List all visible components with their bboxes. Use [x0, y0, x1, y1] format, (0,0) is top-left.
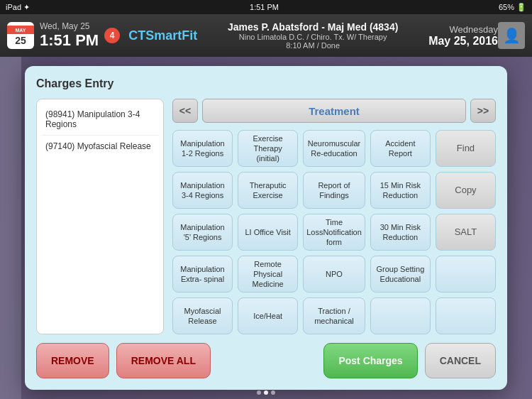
charge-item-2[interactable]: (97140) Myofascial Release — [41, 136, 159, 157]
btn-manip12[interactable]: Manipulation 1-2 Regions — [172, 130, 233, 167]
action-left: REMOVE REMOVE ALL — [36, 343, 211, 378]
btn-npo[interactable]: NPO — [303, 256, 365, 293]
remove-button[interactable]: REMOVE — [36, 343, 109, 378]
btn-lioffice[interactable]: LI Office Visit — [238, 214, 298, 251]
nav-prev-button[interactable]: << — [172, 99, 198, 123]
ipad-label: iPad ✦ — [6, 3, 30, 12]
btn-myofascial[interactable]: Myofascial Release — [172, 297, 233, 334]
btn-accident[interactable]: Accident Report — [370, 130, 431, 167]
dot-1 — [257, 390, 261, 395]
modal-overlay: Charges Entry (98941) Manipulation 3-4 R… — [0, 57, 532, 399]
status-right: 65% 🔋 — [499, 3, 526, 12]
header-date-time: Wed, May 25 1:51 PM — [40, 21, 99, 50]
dot-3 — [271, 390, 275, 395]
remove-all-button[interactable]: REMOVE ALL — [116, 343, 211, 378]
avatar: 👤 — [498, 22, 525, 49]
treatment-header: << Treatment >> — [172, 99, 496, 123]
btn-manip5[interactable]: Manipulation '5' Regions — [172, 214, 233, 251]
btn-traction[interactable]: Traction / mechanical — [303, 297, 365, 334]
btn-report[interactable]: Report of Findings — [303, 172, 365, 209]
provider-line: Nino Limatola D.C. / Chiro. Tx. W/ Thera… — [204, 33, 421, 41]
btn-neuro[interactable]: Neuromuscular Re-education — [303, 130, 365, 167]
btn-risk30[interactable]: 30 Min Risk Reduction — [370, 214, 431, 251]
modal-body: (98941) Manipulation 3-4 Regions (97140)… — [36, 99, 496, 334]
btn-remotephys[interactable]: Remote Physical Medicine — [238, 256, 298, 293]
treatment-grid: Manipulation 1-2 Regions Exercise Therap… — [172, 130, 496, 334]
patient-name: James P. Abatsford - Maj Med (4834) — [204, 21, 421, 33]
status-left: iPad ✦ — [6, 3, 30, 12]
post-charges-button[interactable]: Post Charges — [323, 343, 417, 378]
header-right-date: May 25, 2016 — [428, 35, 498, 48]
btn-copy[interactable]: Copy — [436, 172, 496, 209]
btn-manip34[interactable]: Manipulation 3-4 Regions — [172, 172, 233, 209]
btn-risk15[interactable]: 15 Min Risk Reduction — [370, 172, 431, 209]
dot-2 — [264, 390, 268, 395]
btn-salt[interactable]: SALT — [436, 214, 496, 251]
btn-extherapy[interactable]: Exercise Therapy (initial) — [238, 130, 298, 167]
page-indicator — [257, 390, 275, 395]
btn-find[interactable]: Find — [436, 130, 496, 167]
action-row: REMOVE REMOVE ALL Post Charges CANCEL — [36, 343, 496, 378]
btn-therexer[interactable]: Theraputic Exercise — [238, 172, 298, 209]
header-bar: MAY 25 Wed, May 25 1:51 PM 4 CTSmartFit … — [0, 14, 532, 57]
charge-list: (98941) Manipulation 3-4 Regions (97140)… — [36, 99, 164, 334]
charge-item-1[interactable]: (98941) Manipulation 3-4 Regions — [41, 104, 159, 136]
status-bar: iPad ✦ 1:51 PM 65% 🔋 — [0, 0, 532, 14]
btn-timeloss[interactable]: Time LossNotification form — [303, 214, 365, 251]
modal: Charges Entry (98941) Manipulation 3-4 R… — [25, 66, 507, 390]
btn-iceheat[interactable]: Ice/Heat — [238, 297, 298, 334]
nav-next-button[interactable]: >> — [470, 99, 496, 123]
cancel-button[interactable]: CANCEL — [425, 343, 496, 378]
modal-title: Charges Entry — [36, 77, 496, 90]
battery-label: 65% 🔋 — [499, 3, 526, 12]
header-center: James P. Abatsford - Maj Med (4834) Nino… — [197, 21, 428, 50]
session-line: 8:10 AM / Done — [204, 41, 421, 50]
btn-manipextra[interactable]: Manipulation Extra- spinal — [172, 256, 233, 293]
header-left: MAY 25 Wed, May 25 1:51 PM 4 CTSmartFit — [7, 21, 197, 50]
calendar-day: 25 — [15, 34, 26, 45]
btn-empty3 — [436, 297, 496, 334]
treatment-panel: << Treatment >> Manipulation 1-2 Regions… — [172, 99, 496, 334]
calendar-icon[interactable]: MAY 25 — [7, 22, 34, 49]
app-name: CTSmartFit — [128, 28, 197, 43]
header-time: 1:51 PM — [40, 31, 99, 50]
header-right: Wednesday May 25, 2016 — [428, 24, 498, 48]
treatment-title: Treatment — [202, 99, 466, 123]
header-date: Wed, May 25 — [40, 21, 99, 31]
notification-badge[interactable]: 4 — [104, 28, 120, 43]
btn-empty2 — [370, 297, 431, 334]
calendar-month: MAY — [7, 26, 34, 34]
btn-group[interactable]: Group Setting Educational — [370, 256, 431, 293]
header-right-day: Wednesday — [428, 24, 498, 35]
btn-empty1 — [436, 256, 496, 293]
status-time: 1:51 PM — [250, 3, 279, 11]
